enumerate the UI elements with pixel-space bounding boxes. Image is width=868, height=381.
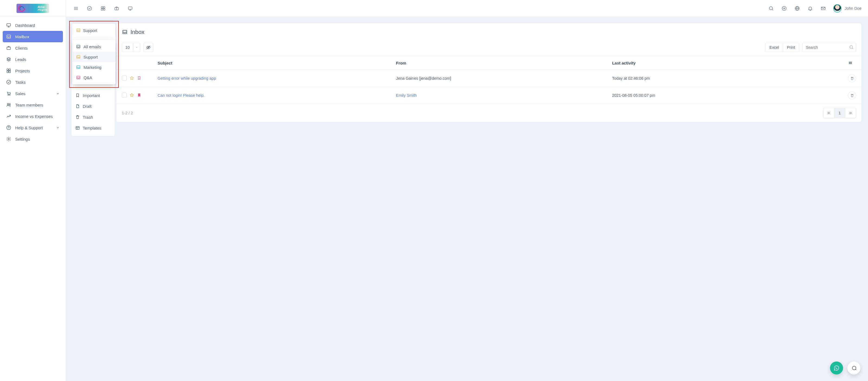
svg-rect-9 xyxy=(103,8,105,10)
monitor-icon[interactable] xyxy=(127,5,133,11)
sidebar-item-clients[interactable]: Clients xyxy=(3,42,63,54)
page-size-select[interactable]: 10 xyxy=(122,43,140,52)
sidebar-item-label: Team members xyxy=(15,103,43,107)
sidebar-item-tasks[interactable]: Tasks xyxy=(3,76,63,88)
row-checkbox[interactable] xyxy=(122,76,127,80)
svg-point-32 xyxy=(7,80,11,84)
sidebar-item-label: Leads xyxy=(15,57,26,62)
brand-logo[interactable]: RISE Plugins xyxy=(0,0,66,17)
sidebar-item-dashboard[interactable]: Dashboard xyxy=(3,20,63,31)
brand-swirl-icon xyxy=(18,5,25,12)
briefcase-icon[interactable] xyxy=(114,5,120,11)
svg-rect-31 xyxy=(9,71,10,73)
svg-point-39 xyxy=(8,138,9,140)
chevron-down-icon xyxy=(56,92,60,95)
help-circle-icon xyxy=(6,125,11,130)
monitor-icon xyxy=(6,23,11,28)
table-row[interactable]: Can not login! Please help. Emily Smith … xyxy=(116,87,423,104)
inbox-icon xyxy=(76,75,81,80)
row-from: Jena Gaines [jena@demo.com] xyxy=(396,76,423,80)
row-checkbox[interactable] xyxy=(122,93,127,98)
sidebar-item-leads[interactable]: Leads xyxy=(3,54,63,65)
category-option-label: All emails xyxy=(84,44,101,49)
col-from[interactable]: From xyxy=(393,56,423,70)
sidebar-item-projects[interactable]: Projects xyxy=(3,65,63,76)
star-icon[interactable] xyxy=(129,93,134,98)
sidebar-item-help[interactable]: Help & Support xyxy=(3,122,63,133)
folder-label: Trash xyxy=(83,115,93,119)
category-option-support[interactable]: Support xyxy=(72,52,116,62)
sidebar-item-label: Income vs Expenses xyxy=(15,114,53,119)
grid-icon[interactable] xyxy=(100,5,106,11)
sidebar-item-label: Settings xyxy=(15,137,30,141)
folder-label: Templates xyxy=(83,126,101,130)
folder-label: Important xyxy=(83,93,100,98)
category-option-marketing[interactable]: Marketing xyxy=(72,62,116,72)
layout-icon xyxy=(75,126,80,130)
col-subject[interactable]: Subject xyxy=(154,56,393,70)
svg-rect-29 xyxy=(9,69,10,70)
inbox-icon xyxy=(122,29,128,35)
sidebar-item-label: Tasks xyxy=(15,80,26,84)
inbox-table: Subject From Last activity Getting xyxy=(116,56,423,104)
topbar-left-icons xyxy=(66,5,133,11)
inbox-icon xyxy=(76,44,81,49)
inbox-icon xyxy=(76,65,81,70)
category-option-all[interactable]: All emails xyxy=(72,41,116,52)
svg-rect-40 xyxy=(76,127,79,130)
category-option-label: Q&A xyxy=(84,75,92,80)
folder-templates[interactable]: Templates xyxy=(71,123,115,133)
grid-icon xyxy=(6,68,11,73)
svg-rect-27 xyxy=(7,47,10,49)
result-range: 1-2 / 2 xyxy=(122,111,133,115)
sidebar-item-mailbox[interactable]: Mailbox xyxy=(3,31,63,42)
sidebar-item-settings[interactable]: Settings xyxy=(3,133,63,145)
row-subject[interactable]: Can not login! Please help. xyxy=(158,93,205,98)
sidebar-item-team[interactable]: Team members xyxy=(3,99,63,110)
sidebar: Dashboard Mailbox Clients Leads Projects… xyxy=(0,17,66,190)
trash-icon xyxy=(75,115,80,119)
row-subject[interactable]: Getting error while upgrading app xyxy=(158,76,216,80)
visibility-toggle-button[interactable] xyxy=(144,43,153,52)
category-option-label: Support xyxy=(84,55,98,59)
category-selector-label: Support xyxy=(83,28,97,33)
folder-trash[interactable]: Trash xyxy=(71,112,115,123)
svg-rect-12 xyxy=(128,7,132,9)
bookmark-filled-icon[interactable] xyxy=(137,93,141,98)
category-option-qa[interactable]: Q&A xyxy=(72,72,116,83)
sidebar-item-income-expenses[interactable]: Income vs Expenses xyxy=(3,110,63,122)
star-icon[interactable] xyxy=(129,76,134,80)
topbar: RISE Plugins John Doe xyxy=(0,0,423,17)
sidebar-item-label: Sales xyxy=(15,91,26,96)
folder-draft[interactable]: Draft xyxy=(71,101,115,112)
svg-point-34 xyxy=(9,95,10,95)
bookmark-icon xyxy=(75,93,80,98)
brand-line2: Plugins xyxy=(38,9,48,11)
mailbox-category-dropdown: Support All emails Support Marketing Q&A xyxy=(72,24,116,84)
row-from[interactable]: Emily Smith xyxy=(396,93,417,98)
content-area: Important Draft Trash Templates Support … xyxy=(66,17,423,190)
svg-point-35 xyxy=(7,104,9,105)
category-selector[interactable]: Support xyxy=(72,24,116,37)
category-menu: All emails Support Marketing Q&A xyxy=(72,40,116,84)
file-icon xyxy=(75,104,80,109)
table-row[interactable]: Getting error while upgrading app Jena G… xyxy=(116,70,423,87)
check-circle-icon[interactable] xyxy=(87,5,93,11)
folder-important[interactable]: Important xyxy=(71,90,115,101)
svg-rect-7 xyxy=(103,6,105,8)
bookmark-icon[interactable] xyxy=(137,76,141,80)
svg-rect-6 xyxy=(101,6,103,8)
sidebar-item-label: Help & Support xyxy=(15,126,43,130)
gear-icon xyxy=(6,136,11,142)
sidebar-item-sales[interactable]: Sales xyxy=(3,88,63,99)
chevron-down-icon xyxy=(56,126,60,130)
inbox-title: Inbox xyxy=(130,29,144,35)
svg-rect-8 xyxy=(101,8,103,10)
svg-rect-30 xyxy=(7,71,8,73)
cart-icon xyxy=(6,91,11,96)
sidebar-item-label: Clients xyxy=(15,46,28,50)
inbox-card: Inbox 10 Excel Print xyxy=(116,23,423,122)
menu-toggle-icon[interactable] xyxy=(73,5,79,11)
eye-off-icon xyxy=(146,45,151,50)
svg-point-36 xyxy=(9,104,10,105)
